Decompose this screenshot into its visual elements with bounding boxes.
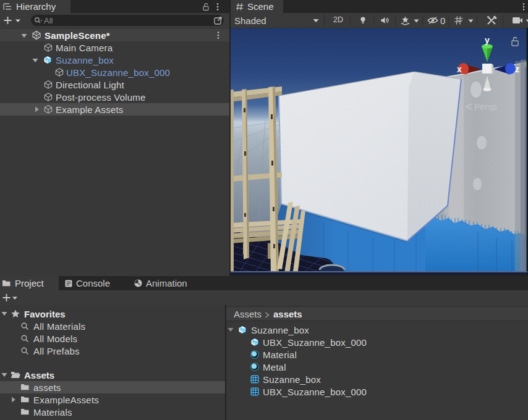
svg-text:x: x xyxy=(457,64,462,74)
svg-text:z: z xyxy=(515,64,519,74)
svg-text:y: y xyxy=(485,35,490,45)
svg-text:Persp: Persp xyxy=(474,102,497,112)
